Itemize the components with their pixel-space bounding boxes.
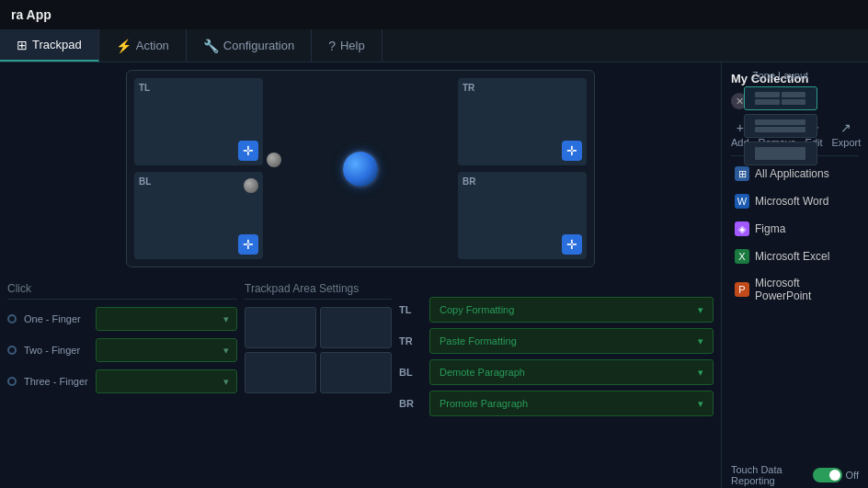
zone-layout-title: Zone Layout (723, 70, 838, 81)
three-finger-arrow: ▾ (223, 376, 229, 388)
three-finger-label: Three - Finger (24, 376, 88, 387)
touch-data-label: Touch Data Reporting (731, 464, 813, 486)
action-tab-label: Action (136, 39, 169, 52)
radio-one-finger[interactable] (7, 314, 17, 323)
action-row-br: BR Promote Paragraph ▾ (399, 391, 714, 416)
click-row-three-finger: Three - Finger ▾ (7, 369, 237, 393)
config-tab-icon: 🔧 (203, 39, 219, 53)
powerpoint-label: Microsoft PowerPoint (755, 277, 855, 302)
action-br-dropdown[interactable]: Promote Paragraph ▾ (429, 391, 714, 416)
action-br-arrow: ▾ (698, 398, 703, 410)
action-tr-label: TR (399, 335, 422, 346)
trackpad-tab-icon: ⊞ (17, 38, 28, 52)
help-tab-icon: ? (328, 39, 336, 53)
zone-mini-tl[interactable] (245, 307, 316, 348)
touch-data-row: Touch Data Reporting Off (731, 464, 859, 486)
action-br-label: BR (399, 398, 422, 409)
all-apps-label: All Applications (755, 167, 829, 180)
tab-help[interactable]: ? Help (312, 29, 383, 62)
powerpoint-icon: P (735, 282, 749, 297)
two-finger-dropdown[interactable]: ▾ (96, 338, 237, 362)
touch-data-toggle[interactable] (813, 468, 842, 482)
main-layout: TL ✛ TR ✛ BL ✛ BR ✛ (0, 62, 868, 488)
action-tl-dropdown[interactable]: Copy Formatting ▾ (429, 297, 714, 323)
two-finger-label: Two - Finger (24, 345, 88, 356)
action-row-tl: TL Copy Formatting ▾ (399, 297, 714, 323)
trackpad-area-settings: Trackpad Area Settings (245, 278, 392, 488)
word-icon: W (735, 194, 749, 209)
config-tab-label: Configuration (223, 39, 294, 52)
action-br-value: Promote Paragraph (440, 398, 528, 409)
zone-tl-label: TL (139, 83, 258, 93)
app-item-figma[interactable]: ◈ Figma (731, 219, 859, 239)
figma-icon: ◈ (735, 221, 749, 236)
zone-bl-label: BL (139, 176, 258, 187)
zone-mini-tr[interactable] (320, 307, 392, 348)
zone-mini-grid (245, 307, 392, 393)
click-section: Click One - Finger ▾ Two - Finger ▾ (7, 278, 237, 488)
trackball-small-1 (267, 153, 281, 167)
action-bl-value: Demote Paragraph (440, 367, 525, 378)
excel-icon: X (735, 249, 749, 264)
action-bl-dropdown[interactable]: Demote Paragraph ▾ (429, 359, 714, 385)
click-section-title: Click (7, 278, 237, 300)
radio-two-finger[interactable] (7, 346, 17, 355)
one-finger-label: One - Finger (24, 313, 88, 324)
zone-layout-quad[interactable] (744, 86, 817, 110)
zone-layout-half-h[interactable] (744, 114, 817, 138)
word-label: Microsoft Word (755, 195, 828, 208)
tab-configuration[interactable]: 🔧 Configuration (187, 29, 312, 62)
app-item-all[interactable]: ⊞ All Applications (731, 164, 859, 184)
zone-br-expand-button[interactable]: ✛ (562, 234, 582, 255)
app-title: ra App (11, 7, 51, 22)
trackpad-settings-title: Trackpad Area Settings (245, 278, 392, 300)
zone-tl-expand-button[interactable]: ✛ (238, 141, 258, 161)
help-tab-label: Help (340, 39, 365, 52)
trackpad-tab-label: Trackpad (32, 38, 82, 51)
action-tr-value: Paste Formatting (440, 335, 517, 346)
radio-three-finger[interactable] (7, 377, 17, 386)
one-finger-dropdown[interactable]: ▾ (96, 307, 237, 331)
tab-action[interactable]: ⚡ Action (99, 29, 187, 62)
zone-mini-br[interactable] (320, 352, 392, 393)
action-row-tr: TR Paste Formatting ▾ (399, 328, 714, 354)
zone-layout-items (723, 86, 838, 165)
touch-data-controls: Off (813, 468, 859, 482)
zone-tr[interactable]: TR ✛ (458, 78, 587, 165)
all-apps-icon: ⊞ (735, 166, 749, 181)
action-bl-arrow: ▾ (698, 367, 703, 379)
zone-tr-label: TR (463, 83, 582, 93)
action-row-bl: BL Demote Paragraph ▾ (399, 359, 714, 385)
tab-trackpad[interactable]: ⊞ Trackpad (0, 29, 99, 62)
nav-tabs: ⊞ Trackpad ⚡ Action 🔧 Configuration ? He… (0, 29, 868, 62)
action-tl-value: Copy Formatting (440, 304, 514, 315)
zone-mini-bl[interactable] (245, 352, 316, 393)
three-finger-dropdown[interactable]: ▾ (96, 369, 237, 393)
two-finger-arrow: ▾ (223, 345, 229, 357)
action-tl-label: TL (399, 304, 422, 315)
app-item-powerpoint[interactable]: P Microsoft PowerPoint (731, 274, 859, 305)
zone-tr-expand-button[interactable]: ✛ (562, 141, 582, 161)
bottom-controls: Click One - Finger ▾ Two - Finger ▾ (7, 278, 714, 488)
zone-layout-full[interactable] (744, 142, 817, 165)
action-bl-label: BL (399, 367, 422, 378)
action-tl-arrow: ▾ (698, 304, 703, 316)
click-row-two-finger: Two - Finger ▾ (7, 338, 237, 362)
trackpad-area: TL ✛ TR ✛ BL ✛ BR ✛ (126, 70, 595, 267)
action-dropdowns: TL Copy Formatting ▾ TR Paste Formatting… (399, 297, 714, 488)
action-tr-arrow: ▾ (698, 335, 703, 347)
app-item-excel[interactable]: X Microsoft Excel (731, 246, 859, 267)
left-panel: TL ✛ TR ✛ BL ✛ BR ✛ (0, 62, 721, 488)
zone-bl-expand-button[interactable]: ✛ (238, 234, 258, 255)
export-icon: ↗ (840, 120, 851, 135)
excel-label: Microsoft Excel (755, 250, 829, 263)
zone-br[interactable]: BR ✛ (458, 172, 587, 259)
app-item-word[interactable]: W Microsoft Word (731, 191, 859, 211)
trackpad-wrapper: TL ✛ TR ✛ BL ✛ BR ✛ (7, 70, 714, 267)
click-row-one-finger: One - Finger ▾ (7, 307, 237, 331)
figma-label: Figma (755, 222, 785, 235)
zone-layout-panel: Zone Layout (723, 70, 838, 165)
action-tr-dropdown[interactable]: Paste Formatting ▾ (429, 328, 714, 354)
touch-data-value: Off (846, 470, 859, 481)
zone-tl[interactable]: TL ✛ (134, 78, 263, 165)
